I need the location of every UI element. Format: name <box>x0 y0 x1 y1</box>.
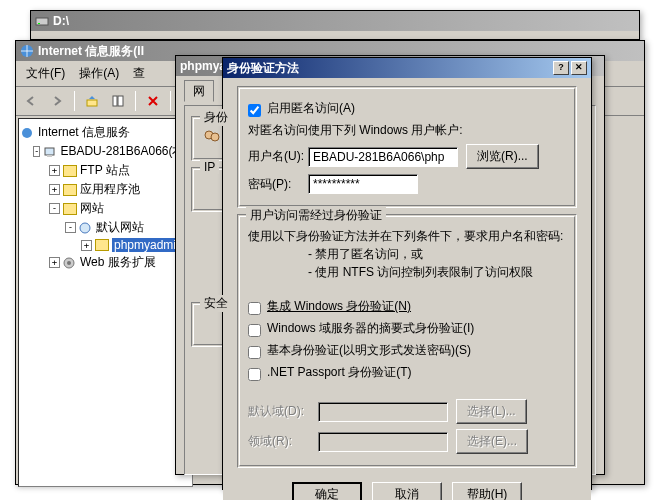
tree-label: 网站 <box>80 200 104 217</box>
expand-icon[interactable]: + <box>49 257 60 268</box>
explorer-titlebar: D:\ <box>31 11 639 31</box>
group-sec: 安全 <box>200 295 232 312</box>
explorer-title: D:\ <box>53 14 635 28</box>
svg-rect-1 <box>38 23 40 24</box>
tree-apppool[interactable]: +应用程序池 <box>21 180 190 199</box>
svg-rect-5 <box>118 96 123 106</box>
collapse-icon[interactable]: - <box>49 203 60 214</box>
anon-group: 启用匿名访问(A) 对匿名访问使用下列 Windows 用户帐户: 用户名(U)… <box>237 86 577 208</box>
anon-enable-label: 启用匿名访问(A) <box>267 100 355 117</box>
tree-panel[interactable]: Internet 信息服务 -EBADU-281B6A066(本地 +FTP 站… <box>18 118 193 487</box>
forward-button[interactable] <box>46 90 68 112</box>
ok-button[interactable]: 确定 <box>292 482 362 500</box>
auth-titlebar[interactable]: 身份验证方法 ?✕ <box>223 58 591 78</box>
back-button[interactable] <box>20 90 42 112</box>
iwa-checkbox[interactable] <box>248 302 261 315</box>
auth-bullet1: - 禁用了匿名访问，或 <box>308 245 566 263</box>
tree-phpmyadmin[interactable]: +phpmyadmin <box>21 237 190 253</box>
svg-point-12 <box>80 223 90 233</box>
folder-icon <box>95 239 109 251</box>
passport-label: .NET Passport 身份验证(T) <box>267 364 411 381</box>
users-icon <box>202 129 222 149</box>
collapse-icon[interactable]: - <box>33 146 40 157</box>
password-input[interactable] <box>308 174 418 194</box>
anon-enable-checkbox[interactable] <box>248 104 261 117</box>
tree-label-selected: phpmyadmin <box>112 238 185 252</box>
username-input[interactable] <box>308 147 458 167</box>
dialog-footer: 确定 取消 帮助(H) <box>237 474 577 500</box>
basic-label: 基本身份验证(以明文形式发送密码)(S) <box>267 342 471 359</box>
gear-icon <box>63 257 77 269</box>
tree-webext[interactable]: +Web 服务扩展 <box>21 253 190 272</box>
tree-label: FTP 站点 <box>80 162 130 179</box>
help-icon[interactable]: ? <box>553 61 569 75</box>
svg-rect-3 <box>87 100 97 106</box>
svg-point-9 <box>22 128 32 138</box>
cancel-button[interactable]: 取消 <box>372 482 442 500</box>
help-button[interactable]: 帮助(H) <box>452 482 522 500</box>
folder-icon <box>63 184 77 196</box>
domain-label: 默认域(D): <box>248 403 318 420</box>
tree-websites[interactable]: -网站 <box>21 199 190 218</box>
realm-input <box>318 432 448 452</box>
browse-button[interactable]: 浏览(R)... <box>466 144 539 169</box>
tree-label: Web 服务扩展 <box>80 254 156 271</box>
tree-label: EBADU-281B6A066(本地 <box>60 143 193 160</box>
close-icon[interactable]: ✕ <box>571 61 587 75</box>
select-domain-button: 选择(L)... <box>456 399 527 424</box>
auth-required-title: 用户访问需经过身份验证 <box>246 207 386 224</box>
tree-label: Internet 信息服务 <box>38 124 130 141</box>
digest-checkbox[interactable] <box>248 324 261 337</box>
svg-point-14 <box>67 261 71 265</box>
folder-icon <box>63 165 77 177</box>
basic-checkbox[interactable] <box>248 346 261 359</box>
auth-title: 身份验证方法 <box>227 60 553 77</box>
auth-desc: 使用以下身份验证方法并在下列条件下，要求用户名和密码: <box>248 229 563 243</box>
auth-dialog: 身份验证方法 ?✕ 启用匿名访问(A) 对匿名访问使用下列 Windows 用户… <box>222 57 592 490</box>
up-button[interactable] <box>81 90 103 112</box>
anon-desc: 对匿名访问使用下列 Windows 用户帐户: <box>248 122 463 139</box>
expand-icon[interactable]: + <box>49 184 60 195</box>
globe-icon <box>79 222 93 234</box>
svg-rect-11 <box>47 155 52 157</box>
auth-required-group: 用户访问需经过身份验证 使用以下身份验证方法并在下列条件下，要求用户名和密码: … <box>237 214 577 468</box>
iis-server-icon <box>21 127 35 139</box>
tree-default-site[interactable]: -默认网站 <box>21 218 190 237</box>
expand-icon[interactable]: + <box>81 240 92 251</box>
auth-bullet2: - 使用 NTFS 访问控制列表限制了访问权限 <box>308 263 566 281</box>
computer-icon <box>43 146 57 158</box>
domain-input <box>318 402 448 422</box>
tree-host[interactable]: -EBADU-281B6A066(本地 <box>21 142 190 161</box>
group-ip: IP <box>200 160 219 174</box>
svg-rect-0 <box>36 18 48 25</box>
expand-icon[interactable]: + <box>49 165 60 176</box>
svg-point-16 <box>211 133 219 141</box>
tree-root[interactable]: Internet 信息服务 <box>21 123 190 142</box>
collapse-icon[interactable]: - <box>65 222 76 233</box>
group-auth: 身份 <box>200 109 232 126</box>
drive-icon <box>35 14 49 28</box>
tree-label: 默认网站 <box>96 219 144 236</box>
auth-body: 启用匿名访问(A) 对匿名访问使用下列 Windows 用户帐户: 用户名(U)… <box>223 78 591 500</box>
iis-icon <box>20 44 34 58</box>
menu-view[interactable]: 查 <box>127 63 151 84</box>
menu-file[interactable]: 文件(F) <box>20 63 71 84</box>
svg-rect-4 <box>113 96 117 106</box>
explorer-window: D:\ <box>30 10 640 40</box>
username-label: 用户名(U): <box>248 148 308 165</box>
tab-active[interactable]: 网 <box>184 80 214 102</box>
folder-icon <box>63 203 77 215</box>
delete-button[interactable] <box>142 90 164 112</box>
passport-checkbox[interactable] <box>248 368 261 381</box>
password-label: 密码(P): <box>248 176 308 193</box>
svg-rect-10 <box>45 148 54 155</box>
show-button[interactable] <box>107 90 129 112</box>
tree-ftp[interactable]: +FTP 站点 <box>21 161 190 180</box>
select-realm-button: 选择(E)... <box>456 429 528 454</box>
digest-label: Windows 域服务器的摘要式身份验证(I) <box>267 320 474 337</box>
realm-label: 领域(R): <box>248 433 318 450</box>
tree-label: 应用程序池 <box>80 181 140 198</box>
menu-action[interactable]: 操作(A) <box>73 63 125 84</box>
iwa-label: 集成 Windows 身份验证(N) <box>267 298 411 315</box>
